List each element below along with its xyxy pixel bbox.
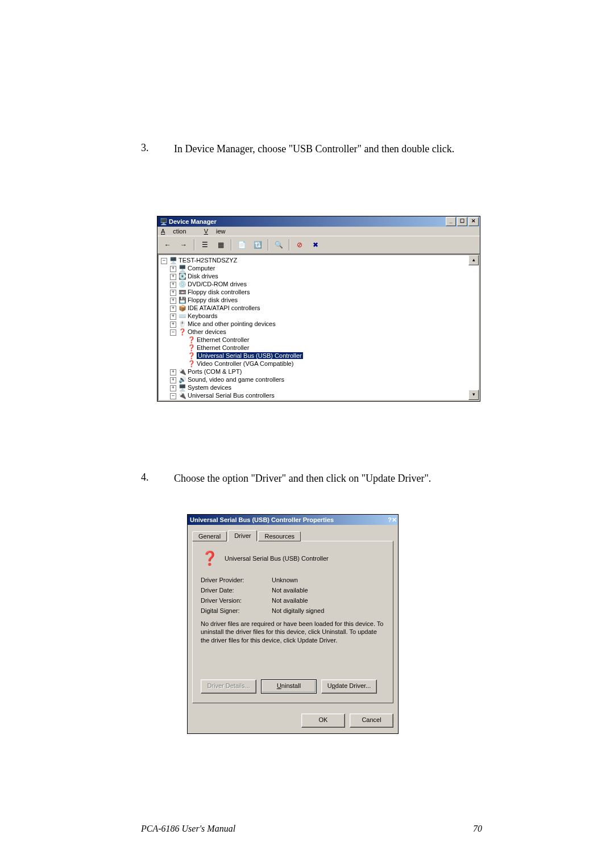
properties-titlebar: Universal Serial Bus (USB) Controller Pr… <box>188 515 398 525</box>
scan-hardware-icon[interactable]: 🔍 <box>272 238 285 252</box>
tab-driver[interactable]: Driver <box>228 530 257 541</box>
step4-text: Choose the option "Driver" and then clic… <box>174 471 492 485</box>
tree-item[interactable]: +🔊Sound, video and game controllers <box>161 375 476 383</box>
tree-item[interactable]: −❓Other devices <box>161 328 476 336</box>
tree-item[interactable]: 🔌Intel(R) 82801DB/DBM USB Universal Host… <box>161 399 476 401</box>
nav-forward-icon[interactable]: → <box>177 238 190 252</box>
tree-item[interactable]: ❓Universal Serial Bus (USB) Controller <box>161 352 476 360</box>
refresh-icon[interactable]: 🔃 <box>251 238 264 252</box>
tree-item[interactable]: +📼Floppy disk controllers <box>161 288 476 296</box>
tree-item[interactable]: +💽Disk drives <box>161 272 476 280</box>
scrollbar-down-button[interactable]: ▾ <box>468 390 479 400</box>
uninstall-button[interactable]: Uninstall <box>261 679 317 694</box>
toolbar-separator <box>231 239 231 251</box>
device-tree-panel: ▴ ▾ −🖥️TEST-H2STNDSZYZ+🖥️Computer+💽Disk … <box>157 254 480 401</box>
tree-item[interactable]: +🖱️Mice and other pointing devices <box>161 320 476 328</box>
device-manager-titlebar: 🖥️ Device Manager _ ☐ ✕ <box>157 216 480 227</box>
tree-item[interactable]: −🔌Universal Serial Bus controllers <box>161 391 476 399</box>
driver-provider-value: Unknown <box>272 577 385 583</box>
tree-root[interactable]: −🖥️TEST-H2STNDSZYZ <box>161 256 476 264</box>
close-button[interactable]: ✕ <box>392 516 397 524</box>
tree-item[interactable]: ❓Ethernet Controller <box>161 336 476 344</box>
update-driver-button[interactable]: Update Driver... <box>321 679 377 694</box>
nav-back-icon[interactable]: ← <box>161 238 175 252</box>
tree-item[interactable]: +💾Floppy disk drives <box>161 296 476 304</box>
cancel-button[interactable]: Cancel <box>350 713 393 728</box>
view-icon[interactable]: ☰ <box>198 238 211 252</box>
uninstall-icon[interactable]: ✖ <box>309 238 322 252</box>
driver-date-value: Not available <box>272 587 385 594</box>
tree-item[interactable]: +⌨️Keyboards <box>161 312 476 320</box>
close-button[interactable]: ✕ <box>468 217 479 226</box>
driver-date-label: Driver Date: <box>201 587 272 594</box>
driver-description-text: No driver files are required or have bee… <box>201 620 385 644</box>
device-question-icon: ❓ <box>201 549 219 567</box>
manual-title: PCA-6186 User's Manual <box>141 824 473 834</box>
driver-provider-label: Driver Provider: <box>201 577 272 583</box>
step4-number: 4. <box>141 471 152 485</box>
driver-version-label: Driver Version: <box>201 597 272 604</box>
tree-item[interactable]: +🖥️Computer <box>161 264 476 272</box>
list-icon[interactable]: ▦ <box>214 238 227 252</box>
step3-text: In Device Manager, choose "USB Controlle… <box>174 142 492 156</box>
toolbar-separator <box>268 239 268 251</box>
tree-item[interactable]: ❓Video Controller (VGA Compatible) <box>161 360 476 368</box>
menubar: Action View <box>157 227 480 236</box>
step3-number: 3. <box>141 142 152 156</box>
scrollbar-up-button[interactable]: ▴ <box>468 255 479 265</box>
tree-item[interactable]: +🖥️System devices <box>161 383 476 391</box>
digital-signer-value: Not digitally signed <box>272 607 385 614</box>
tree-item[interactable]: ❓Ethernet Controller <box>161 344 476 352</box>
tree-item[interactable]: +🔌Ports (COM & LPT) <box>161 368 476 375</box>
page-number: 70 <box>473 824 482 834</box>
app-icon: 🖥️ <box>160 218 168 226</box>
tabs: General Driver Resources <box>192 530 393 541</box>
toolbar-separator <box>194 239 194 251</box>
driver-tab-panel: ❓ Universal Serial Bus (USB) Controller … <box>192 541 393 703</box>
driver-details-button: Driver Details... <box>201 679 256 694</box>
menu-action[interactable]: Action <box>161 228 194 235</box>
tree-item[interactable]: +📦IDE ATA/ATAPI controllers <box>161 304 476 312</box>
disable-icon[interactable]: ⊘ <box>293 238 306 252</box>
device-heading: Universal Serial Bus (USB) Controller <box>225 555 329 562</box>
tree-item[interactable]: +💿DVD/CD-ROM drives <box>161 280 476 288</box>
help-button[interactable]: ? <box>388 516 392 523</box>
minimize-button[interactable]: _ <box>446 217 456 226</box>
device-manager-window: 🖥️ Device Manager _ ☐ ✕ Action View ← → … <box>157 216 480 402</box>
driver-version-value: Not available <box>272 597 385 604</box>
dialog-title: Universal Serial Bus (USB) Controller Pr… <box>190 516 388 523</box>
usb-controller-properties-dialog: Universal Serial Bus (USB) Controller Pr… <box>187 514 399 734</box>
menu-view[interactable]: View <box>204 228 234 235</box>
properties-icon[interactable]: 📄 <box>235 238 248 252</box>
tab-general[interactable]: General <box>192 531 227 541</box>
window-title: Device Manager <box>169 218 445 225</box>
ok-button[interactable]: OK <box>301 713 345 728</box>
toolbar-separator <box>289 239 289 251</box>
toolbar: ← → ☰ ▦ 📄 🔃 🔍 ⊘ ✖ <box>157 236 480 254</box>
maximize-button[interactable]: ☐ <box>457 217 467 226</box>
tab-resources[interactable]: Resources <box>258 531 301 541</box>
digital-signer-label: Digital Signer: <box>201 607 272 614</box>
